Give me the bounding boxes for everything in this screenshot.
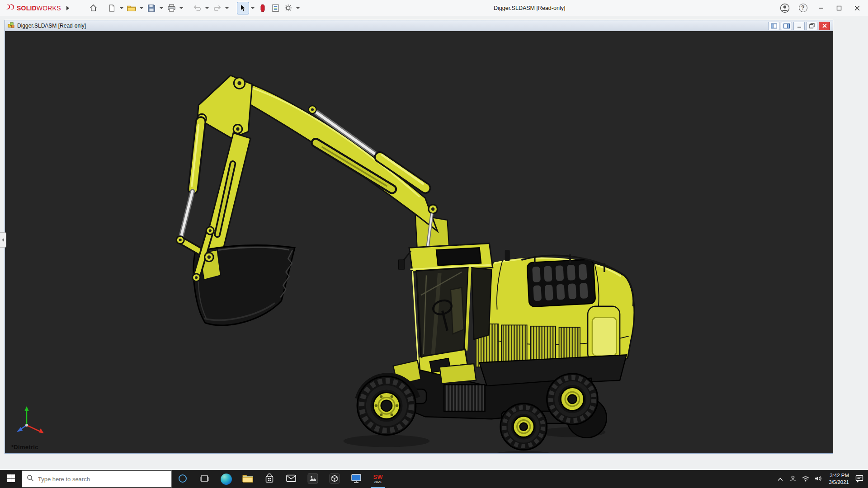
solidworks-icon: SW (373, 474, 383, 480)
pane-left-button[interactable] (768, 22, 779, 30)
task-view-button[interactable] (193, 470, 215, 488)
app-window-controls: ? (778, 2, 863, 14)
cortana-icon (178, 474, 188, 485)
action-center-icon (855, 474, 863, 484)
view-orientation-label: *Dimetric (11, 444, 38, 450)
document-titlebar[interactable]: Digger.SLDASM [Read-only] (5, 20, 833, 31)
taskbar-solidworks[interactable]: SW 2021 (367, 470, 389, 488)
tray-network-button[interactable] (800, 470, 811, 488)
taskbar-mail[interactable] (280, 470, 302, 488)
store-icon (265, 474, 274, 485)
tray-expand-button[interactable] (774, 470, 786, 488)
wheel-front-right (500, 404, 547, 450)
orientation-triad (14, 404, 50, 441)
clock-time: 3:42 PM (829, 472, 849, 479)
minimize-button[interactable] (815, 2, 827, 14)
document-window: Digger.SLDASM [Read-only] (5, 20, 833, 454)
taskbar-file-explorer[interactable] (237, 470, 259, 488)
app-title: Digger.SLDASM [Read-only] (494, 5, 565, 11)
save-button[interactable] (146, 2, 158, 14)
taskbar-edge[interactable] (215, 470, 237, 488)
person-icon (789, 475, 797, 483)
home-button[interactable] (87, 2, 99, 14)
redo-button[interactable] (211, 2, 223, 14)
action-center-button[interactable] (854, 470, 865, 488)
solidworks-logo: SOLIDWORKS (5, 3, 61, 13)
taskbar-app-photos[interactable] (302, 470, 324, 488)
clock-date: 3/5/2021 (829, 479, 849, 486)
system-tray: 3:42 PM 3/5/2021 (774, 470, 868, 488)
quick-toolbar (87, 2, 302, 14)
account-button[interactable] (778, 2, 791, 14)
select-tool-button[interactable] (237, 2, 249, 14)
solidworks-swirl-icon (5, 3, 15, 13)
save-dropdown[interactable] (158, 2, 165, 14)
document-window-controls (768, 22, 830, 30)
wheel-front-left (357, 376, 416, 435)
taskbar-app-cube[interactable] (324, 470, 345, 488)
cortana-button[interactable] (172, 470, 193, 488)
open-dropdown[interactable] (138, 2, 145, 14)
file-explorer-icon (242, 474, 253, 484)
wifi-icon (802, 475, 810, 483)
tray-people-button[interactable] (787, 470, 799, 488)
maximize-button[interactable] (833, 2, 845, 14)
new-document-button[interactable] (106, 2, 118, 14)
edge-icon (221, 474, 232, 485)
monitor-icon (351, 474, 362, 485)
taskbar-app-monitor[interactable] (345, 470, 367, 488)
options-dropdown[interactable] (295, 2, 302, 14)
search-input[interactable] (38, 476, 167, 483)
print-dropdown[interactable] (178, 2, 185, 14)
print-button[interactable] (165, 2, 178, 14)
solidworks-year: 2021 (374, 480, 382, 484)
document-title: Digger.SLDASM [Read-only] (17, 23, 86, 29)
doc-restore-button[interactable] (806, 22, 817, 30)
task-view-icon (200, 474, 209, 484)
menu-expander-icon[interactable] (66, 6, 69, 10)
windows-taskbar: SW 2021 3:42 PM 3/5/2021 (0, 470, 868, 488)
cube-icon (329, 473, 340, 485)
mail-icon (286, 474, 296, 483)
options-button[interactable] (282, 2, 294, 14)
select-tool-dropdown[interactable] (250, 2, 256, 14)
xpert-button[interactable] (257, 2, 269, 14)
start-button[interactable] (0, 470, 22, 488)
wheel-rear-right (547, 374, 598, 424)
chevron-up-icon (778, 476, 783, 483)
help-button[interactable]: ? (797, 2, 809, 14)
graphics-viewport[interactable]: *Dimetric (5, 31, 833, 453)
photos-icon (307, 473, 318, 485)
pane-right-button[interactable] (781, 22, 792, 30)
excavator-model[interactable] (5, 31, 833, 453)
tray-volume-button[interactable] (812, 470, 824, 488)
taskbar-store[interactable] (259, 470, 280, 488)
start-icon (7, 474, 15, 483)
report-button[interactable] (269, 2, 282, 14)
taskbar-clock[interactable]: 3:42 PM 3/5/2021 (825, 472, 853, 486)
doc-minimize-button[interactable] (793, 22, 805, 30)
chevron-left-icon (2, 238, 4, 242)
assembly-icon (8, 22, 14, 30)
speaker-icon (814, 475, 822, 483)
undo-button[interactable] (191, 2, 203, 14)
open-button[interactable] (126, 2, 138, 14)
close-button[interactable] (851, 2, 863, 14)
new-document-dropdown[interactable] (118, 2, 125, 14)
brand-text: SOLIDWORKS (17, 5, 61, 12)
doc-close-button[interactable] (819, 22, 830, 30)
help-icon: ? (799, 4, 807, 12)
app-titlebar: SOLIDWORKS Digger.SLDASM [Read-only] ? (0, 0, 868, 16)
redo-dropdown[interactable] (224, 2, 231, 14)
search-icon (27, 474, 34, 483)
undo-dropdown[interactable] (204, 2, 211, 14)
collapsed-panel-tab[interactable] (0, 232, 6, 248)
taskbar-search[interactable] (22, 470, 172, 488)
